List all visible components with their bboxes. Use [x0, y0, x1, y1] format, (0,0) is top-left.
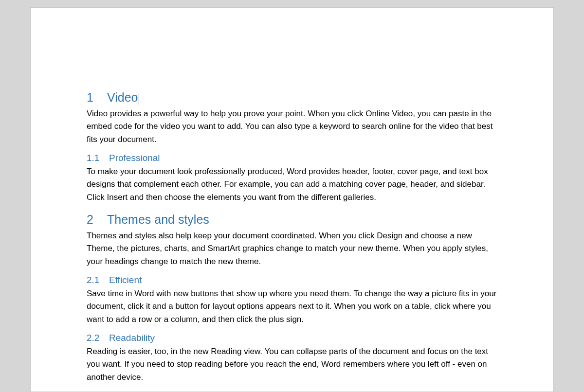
heading-title: Efficient	[109, 275, 142, 285]
heading-1-video[interactable]: 1Video	[87, 90, 497, 105]
section-1-1: 1.1Professional To make your document lo…	[87, 153, 497, 204]
heading-2-professional[interactable]: 1.1Professional	[87, 153, 497, 163]
heading-number: 2	[87, 213, 107, 227]
document-page[interactable]: 1Video Video provides a powerful way to …	[30, 7, 554, 392]
paragraph-themes[interactable]: Themes and styles also help keep your do…	[87, 230, 497, 268]
heading-number: 1.1	[87, 153, 109, 163]
heading-number: 1	[87, 90, 107, 105]
heading-title: Professional	[109, 153, 160, 163]
heading-number: 2.2	[87, 333, 109, 343]
section-2-2: 2.2Readability Reading is easier, too, i…	[87, 333, 497, 384]
heading-1-themes[interactable]: 2Themes and styles	[87, 213, 497, 227]
paragraph-video[interactable]: Video provides a powerful way to help yo…	[87, 107, 497, 146]
section-1: 1Video Video provides a powerful way to …	[87, 90, 497, 146]
heading-number: 2.1	[87, 275, 109, 285]
paragraph-professional[interactable]: To make your document look professionall…	[87, 165, 497, 204]
section-2: 2Themes and styles Themes and styles als…	[87, 213, 497, 268]
heading-title: Readability	[109, 333, 155, 343]
section-2-1: 2.1Efficient Save time in Word with new …	[87, 275, 497, 326]
heading-2-readability[interactable]: 2.2Readability	[87, 333, 497, 343]
paragraph-efficient[interactable]: Save time in Word with new buttons that …	[87, 287, 497, 326]
heading-2-efficient[interactable]: 2.1Efficient	[87, 275, 497, 285]
heading-title: Video	[107, 90, 138, 104]
paragraph-readability[interactable]: Reading is easier, too, in the new Readi…	[87, 345, 497, 384]
text-cursor	[139, 94, 139, 105]
heading-title: Themes and styles	[107, 213, 209, 226]
